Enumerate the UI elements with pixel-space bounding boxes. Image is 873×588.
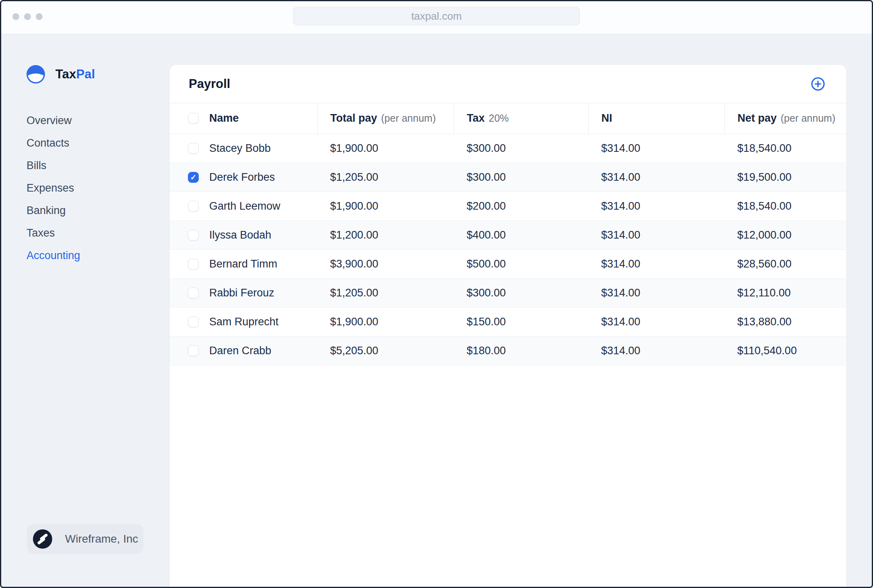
ni-value: $314.00 — [588, 192, 724, 220]
employee-name: Sam Ruprecht — [209, 316, 279, 328]
total-pay-value: $1,200.00 — [317, 220, 454, 249]
tax-value: $500.00 — [454, 249, 588, 278]
table-row: Garth Leemow $1,900.00 $200.00 $314.00 $… — [169, 192, 846, 220]
table-row: Bernard Timm $3,900.00 $500.00 $314.00 $… — [169, 249, 846, 278]
row-checkbox[interactable] — [188, 288, 199, 298]
address-bar[interactable]: taxpal.com — [293, 7, 580, 25]
wireframe-logo-icon — [33, 529, 52, 549]
window-zoom-button[interactable] — [36, 13, 43, 20]
total-pay-value: $1,205.00 — [317, 163, 454, 192]
sidebar-item-bills[interactable]: Bills — [27, 154, 80, 177]
add-employee-button[interactable] — [810, 76, 826, 92]
column-header-ni: NI — [588, 103, 724, 134]
company-badge[interactable]: Wireframe, Inc — [27, 524, 143, 554]
row-checkbox[interactable] — [188, 345, 199, 356]
brand-name: TaxPal — [55, 67, 95, 82]
total-pay-value: $1,900.00 — [317, 192, 454, 220]
employee-name: Ilyssa Bodah — [209, 229, 271, 241]
net-pay-value: $13,880.00 — [724, 307, 846, 336]
employee-name: Rabbi Ferouz — [209, 287, 274, 299]
table-row: Ilyssa Bodah $1,200.00 $400.00 $314.00 $… — [169, 220, 846, 249]
sidebar-item-taxes[interactable]: Taxes — [27, 222, 80, 244]
plus-circle-icon — [810, 76, 826, 92]
net-pay-value: $110,540.00 — [724, 336, 846, 365]
tax-value: $300.00 — [454, 163, 588, 192]
column-header-tax: Tax20% — [454, 103, 588, 134]
ni-value: $314.00 — [588, 336, 724, 365]
ni-value: $314.00 — [588, 134, 724, 163]
column-header-name: Name — [209, 112, 239, 125]
ni-value: $314.00 — [588, 307, 724, 336]
table-row: Derek Forbes $1,205.00 $300.00 $314.00 $… — [169, 163, 846, 192]
employee-name: Derek Forbes — [209, 171, 275, 184]
payroll-card-header: Payroll — [169, 65, 846, 103]
column-header-total-pay: Total pay(per annum) — [317, 103, 454, 134]
row-checkbox[interactable] — [188, 172, 199, 183]
tax-value: $200.00 — [454, 192, 588, 220]
net-pay-value: $12,000.00 — [724, 220, 846, 249]
tax-value: $300.00 — [454, 134, 588, 163]
row-checkbox[interactable] — [188, 201, 199, 212]
net-pay-value: $12,110.00 — [724, 278, 846, 307]
employee-name: Stacey Bobb — [209, 142, 271, 155]
ni-value: $314.00 — [588, 220, 724, 249]
payroll-table: Name Total pay(per annum) Tax20% NI Net … — [169, 103, 846, 365]
table-row: Daren Crabb $5,205.00 $180.00 $314.00 $1… — [169, 336, 846, 365]
total-pay-value: $1,205.00 — [317, 278, 454, 307]
total-pay-value: $3,900.00 — [317, 249, 454, 278]
sidebar-item-overview[interactable]: Overview — [27, 109, 80, 132]
sidebar-item-banking[interactable]: Banking — [27, 199, 80, 222]
table-row: Rabbi Ferouz $1,205.00 $300.00 $314.00 $… — [169, 278, 846, 307]
window-close-button[interactable] — [12, 13, 19, 20]
payroll-card: Payroll Name — [169, 65, 846, 588]
table-header-row: Name Total pay(per annum) Tax20% NI Net … — [169, 103, 846, 134]
window-minimize-button[interactable] — [24, 13, 31, 20]
select-all-checkbox[interactable] — [188, 113, 199, 124]
row-checkbox[interactable] — [188, 230, 199, 241]
page-title: Payroll — [189, 77, 230, 91]
browser-toolbar: taxpal.com — [0, 0, 873, 34]
sidebar-item-contacts[interactable]: Contacts — [27, 132, 80, 154]
sidebar-nav: Overview Contacts Bills Expenses Banking… — [27, 109, 80, 267]
net-pay-value: $19,500.00 — [724, 163, 846, 192]
taxpal-logo-icon — [27, 65, 45, 84]
tax-value: $400.00 — [454, 220, 588, 249]
tax-value: $150.00 — [454, 307, 588, 336]
ni-value: $314.00 — [588, 278, 724, 307]
employee-name: Bernard Timm — [209, 258, 277, 270]
app-window: taxpal.com TaxPal Overview Contacts Bill… — [0, 0, 873, 588]
address-bar-url: taxpal.com — [411, 10, 462, 22]
employee-name: Daren Crabb — [209, 345, 271, 357]
ni-value: $314.00 — [588, 163, 724, 192]
tax-value: $180.00 — [454, 336, 588, 365]
employee-name: Garth Leemow — [209, 200, 280, 212]
brand-logo-link[interactable]: TaxPal — [27, 65, 95, 84]
window-controls — [12, 13, 43, 20]
company-name: Wireframe, Inc — [65, 533, 138, 545]
column-header-net-pay: Net pay(per annum) — [724, 103, 846, 134]
sidebar-item-expenses[interactable]: Expenses — [27, 177, 80, 199]
total-pay-value: $1,900.00 — [317, 307, 454, 336]
tax-value: $300.00 — [454, 278, 588, 307]
row-checkbox[interactable] — [188, 143, 199, 154]
row-checkbox[interactable] — [188, 316, 199, 327]
net-pay-value: $28,560.00 — [724, 249, 846, 278]
row-checkbox[interactable] — [188, 259, 199, 270]
total-pay-value: $5,205.00 — [317, 336, 454, 365]
sidebar-item-accounting[interactable]: Accounting — [27, 244, 80, 267]
total-pay-value: $1,900.00 — [317, 134, 454, 163]
net-pay-value: $18,540.00 — [724, 192, 846, 220]
table-row: Sam Ruprecht $1,900.00 $150.00 $314.00 $… — [169, 307, 846, 336]
ni-value: $314.00 — [588, 249, 724, 278]
net-pay-value: $18,540.00 — [724, 134, 846, 163]
table-row: Stacey Bobb $1,900.00 $300.00 $314.00 $1… — [169, 134, 846, 163]
